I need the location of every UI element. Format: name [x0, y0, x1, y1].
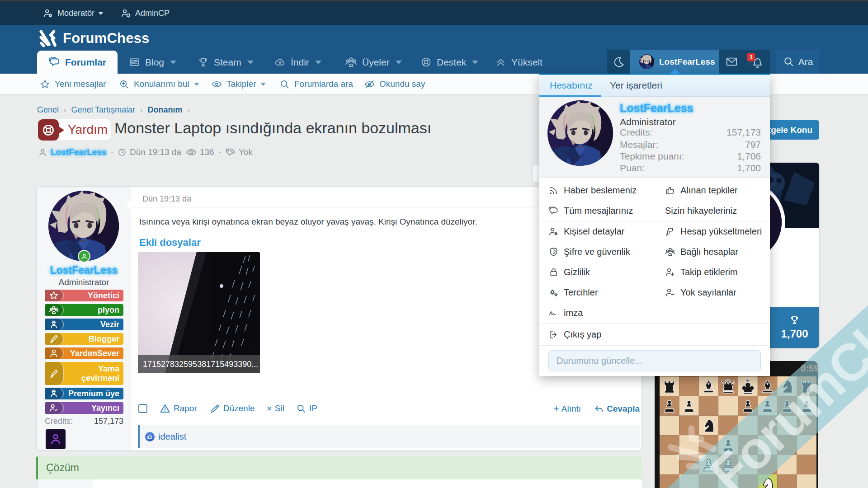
svg-text:171527832595381715493390...: 171527832595381715493390... — [143, 360, 258, 369]
